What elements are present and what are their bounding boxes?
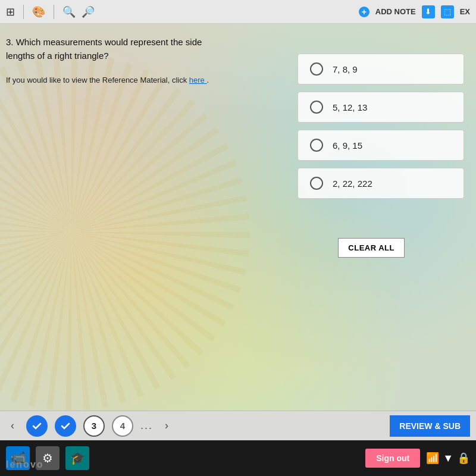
zoom-app-icon[interactable]: 📹 xyxy=(6,446,30,470)
radio-a[interactable] xyxy=(310,62,323,76)
reference-text: If you would like to view the Reference … xyxy=(6,74,232,86)
main-content: 3. Which measurements would represent th… xyxy=(0,24,476,440)
zoom-icon[interactable]: 🔎 xyxy=(82,5,95,18)
answer-options: 7, 8, 9 5, 12, 13 6, 9, 15 2, 22, 222 xyxy=(298,54,464,199)
radio-c[interactable] xyxy=(310,139,323,152)
status-icons: 📶 ▼ 🔒 xyxy=(426,452,470,465)
signal-icon: ▼ xyxy=(443,452,453,465)
toolbar-left: ⊞ 🎨 🔍 🔎 xyxy=(6,5,95,19)
sign-out-button[interactable]: Sign out xyxy=(365,449,420,468)
toolbar-right: + ADD NOTE ⬇ ⬚ EX xyxy=(359,5,470,18)
nav-page-1[interactable] xyxy=(26,415,48,437)
add-note-button[interactable]: ADD NOTE xyxy=(375,7,416,16)
answer-option-a[interactable]: 7, 8, 9 xyxy=(298,54,464,84)
toolbar-divider xyxy=(23,5,24,19)
search-icon[interactable]: 🔍 xyxy=(62,5,76,18)
option-text-a: 7, 8, 9 xyxy=(333,64,358,74)
question-text: 3. Which measurements would represent th… xyxy=(6,36,232,62)
nav-page-2[interactable] xyxy=(55,415,76,437)
option-text-c: 6, 9, 15 xyxy=(333,140,362,151)
nav-dots: ... xyxy=(140,419,153,432)
taskbar-right: Sign out 📶 ▼ 🔒 xyxy=(365,449,470,468)
answer-option-d[interactable]: 2, 22, 222 xyxy=(298,168,464,199)
app-icon[interactable]: 🎓 xyxy=(65,446,89,470)
next-arrow[interactable]: › xyxy=(160,417,173,434)
nav-page-4[interactable]: 4 xyxy=(112,415,133,437)
radio-b[interactable] xyxy=(310,101,323,114)
add-note-plus-icon: + xyxy=(359,7,369,17)
wifi-icon: 📶 xyxy=(426,452,439,465)
toolbar: ⊞ 🎨 🔍 🔎 + ADD NOTE ⬇ ⬚ EX xyxy=(0,0,476,24)
exit-icon[interactable]: ⬚ xyxy=(441,5,454,18)
review-submit-button[interactable]: REVIEW & SUB xyxy=(390,415,470,437)
clear-all-button[interactable]: CLEAR ALL xyxy=(338,238,405,258)
question-area: 3. Which measurements would represent th… xyxy=(6,36,232,86)
option-text-d: 2, 22, 222 xyxy=(333,178,372,189)
taskbar: 📹 ⚙ 🎓 Sign out 📶 ▼ 🔒 xyxy=(0,440,476,476)
exit-label: EX xyxy=(460,7,470,16)
nav-page-3[interactable]: 3 xyxy=(83,415,105,437)
bottom-navigation: ‹ 3 4 ... › REVIEW & SUB xyxy=(0,411,476,440)
grid-icon[interactable]: ⊞ xyxy=(6,5,15,18)
radio-d[interactable] xyxy=(310,177,323,190)
download-icon[interactable]: ⬇ xyxy=(422,5,435,18)
answer-option-b[interactable]: 5, 12, 13 xyxy=(298,92,464,123)
palette-icon[interactable]: 🎨 xyxy=(32,5,45,18)
add-note-label: ADD NOTE xyxy=(375,7,416,16)
reference-material-link[interactable]: here xyxy=(189,76,207,84)
prev-arrow[interactable]: ‹ xyxy=(6,417,19,434)
option-text-b: 5, 12, 13 xyxy=(333,102,367,112)
toolbar-divider-2 xyxy=(54,5,54,19)
lock-icon: 🔒 xyxy=(457,452,470,465)
answer-option-c[interactable]: 6, 9, 15 xyxy=(298,130,464,161)
settings-app-icon[interactable]: ⚙ xyxy=(36,446,60,470)
